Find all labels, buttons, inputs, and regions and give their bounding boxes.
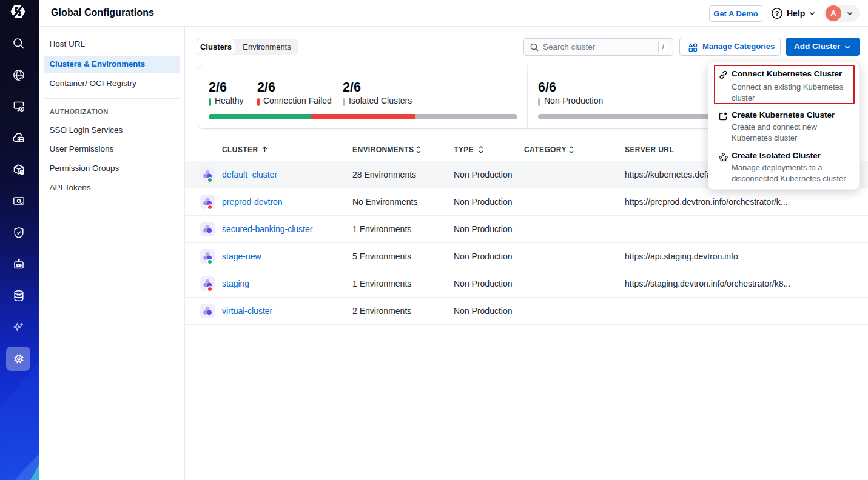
svg-text:?: ? bbox=[775, 10, 779, 17]
